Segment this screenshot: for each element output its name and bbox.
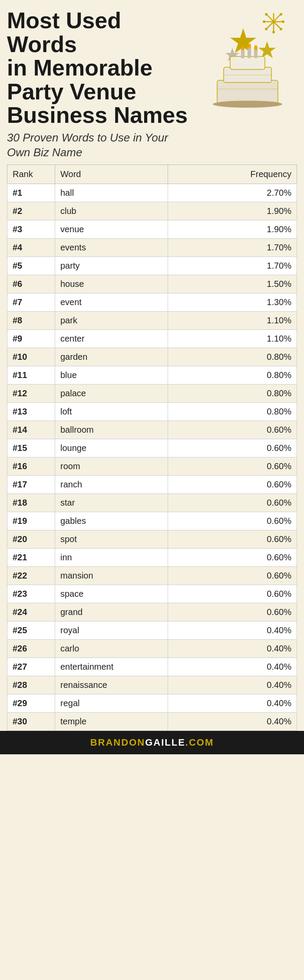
- cell-rank: #7: [7, 293, 55, 311]
- cell-frequency: 0.60%: [168, 439, 297, 457]
- table-row: #29regal0.40%: [7, 694, 297, 712]
- cell-frequency: 1.90%: [168, 202, 297, 220]
- cell-word: garden: [55, 348, 168, 366]
- table-row: #26carlo0.40%: [7, 639, 297, 658]
- page-subtitle: 30 Proven Words to Use in Your Own Biz N…: [7, 131, 189, 160]
- cell-rank: #16: [7, 457, 55, 475]
- cell-word: blue: [55, 366, 168, 384]
- cell-rank: #18: [7, 493, 55, 512]
- cell-rank: #13: [7, 402, 55, 421]
- column-rank: Rank: [7, 164, 55, 184]
- cell-word: loft: [55, 402, 168, 421]
- cell-word: club: [55, 202, 168, 220]
- cell-rank: #24: [7, 603, 55, 621]
- table-section: Rank Word Frequency #1hall2.70%#2club1.9…: [0, 164, 304, 731]
- table-row: #16room0.60%: [7, 457, 297, 475]
- table-header-row: Rank Word Frequency: [7, 164, 297, 184]
- svg-point-29: [241, 45, 245, 50]
- cell-frequency: 0.80%: [168, 366, 297, 384]
- svg-point-12: [272, 31, 275, 33]
- cell-frequency: 0.80%: [168, 402, 297, 421]
- cell-rank: #2: [7, 202, 55, 220]
- cell-rank: #29: [7, 694, 55, 712]
- cell-word: events: [55, 238, 168, 257]
- cell-word: park: [55, 311, 168, 329]
- svg-point-30: [248, 43, 251, 49]
- svg-line-5: [267, 22, 274, 28]
- cell-rank: #9: [7, 329, 55, 348]
- table-row: #30temple0.40%: [7, 712, 297, 730]
- cell-rank: #21: [7, 548, 55, 566]
- cell-word: royal: [55, 621, 168, 639]
- table-row: #1hall2.70%: [7, 184, 297, 202]
- cell-frequency: 1.70%: [168, 257, 297, 275]
- cell-word: regal: [55, 694, 168, 712]
- cell-word: venue: [55, 220, 168, 238]
- table-row: #13loft0.80%: [7, 402, 297, 421]
- decoration-svg: [200, 13, 300, 117]
- footer-brand-text: BRANDONGAILLE.COM: [90, 737, 214, 748]
- cell-frequency: 0.60%: [168, 493, 297, 512]
- cell-rank: #19: [7, 512, 55, 530]
- cell-word: spot: [55, 530, 168, 548]
- table-row: #15lounge0.60%: [7, 439, 297, 457]
- table-row: #17ranch0.60%: [7, 475, 297, 493]
- cell-rank: #6: [7, 275, 55, 293]
- svg-point-10: [282, 20, 284, 23]
- cell-rank: #28: [7, 676, 55, 694]
- table-row: #21inn0.60%: [7, 548, 297, 566]
- table-row: #3venue1.90%: [7, 220, 297, 238]
- cell-frequency: 0.60%: [168, 603, 297, 621]
- cell-frequency: 0.40%: [168, 639, 297, 658]
- cell-frequency: 0.40%: [168, 694, 297, 712]
- cell-frequency: 0.60%: [168, 585, 297, 603]
- table-row: #24grand0.60%: [7, 603, 297, 621]
- cell-frequency: 0.40%: [168, 621, 297, 639]
- svg-point-25: [213, 101, 282, 108]
- cell-frequency: 2.70%: [168, 184, 297, 202]
- table-row: #12palace0.80%: [7, 384, 297, 402]
- cell-rank: #30: [7, 712, 55, 730]
- cell-word: ballroom: [55, 421, 168, 439]
- table-row: #7event1.30%: [7, 293, 297, 311]
- cell-frequency: 1.90%: [168, 220, 297, 238]
- cell-frequency: 0.60%: [168, 475, 297, 493]
- svg-point-9: [280, 13, 282, 16]
- cell-rank: #15: [7, 439, 55, 457]
- table-row: #4events1.70%: [7, 238, 297, 257]
- cell-word: carlo: [55, 639, 168, 658]
- cell-frequency: 0.60%: [168, 457, 297, 475]
- cell-word: hall: [55, 184, 168, 202]
- cell-rank: #10: [7, 348, 55, 366]
- cell-rank: #22: [7, 566, 55, 585]
- svg-marker-16: [258, 41, 276, 58]
- table-row: #23space0.60%: [7, 585, 297, 603]
- svg-point-11: [280, 28, 282, 30]
- cell-word: party: [55, 257, 168, 275]
- footer-brand-part1: BRANDON: [90, 737, 145, 748]
- cell-frequency: 1.10%: [168, 329, 297, 348]
- cell-word: space: [55, 585, 168, 603]
- table-row: #11blue0.80%: [7, 366, 297, 384]
- cell-frequency: 0.40%: [168, 658, 297, 676]
- table-row: #25royal0.40%: [7, 621, 297, 639]
- cell-frequency: 0.80%: [168, 348, 297, 366]
- table-row: #20spot0.60%: [7, 530, 297, 548]
- column-word: Word: [55, 164, 168, 184]
- cell-word: temple: [55, 712, 168, 730]
- cell-frequency: 1.50%: [168, 275, 297, 293]
- footer-brand-suffix: .COM: [185, 737, 214, 748]
- cell-word: gables: [55, 512, 168, 530]
- cell-word: room: [55, 457, 168, 475]
- cell-rank: #23: [7, 585, 55, 603]
- cell-frequency: 1.30%: [168, 293, 297, 311]
- cell-word: star: [55, 493, 168, 512]
- table-row: #2club1.90%: [7, 202, 297, 220]
- cell-frequency: 1.70%: [168, 238, 297, 257]
- cell-frequency: 0.60%: [168, 530, 297, 548]
- table-row: #6house1.50%: [7, 275, 297, 293]
- table-row: #28renaissance0.40%: [7, 676, 297, 694]
- cell-rank: #1: [7, 184, 55, 202]
- cell-frequency: 1.10%: [168, 311, 297, 329]
- header-section: Most Used Words in Memorable Party Venue…: [0, 0, 304, 164]
